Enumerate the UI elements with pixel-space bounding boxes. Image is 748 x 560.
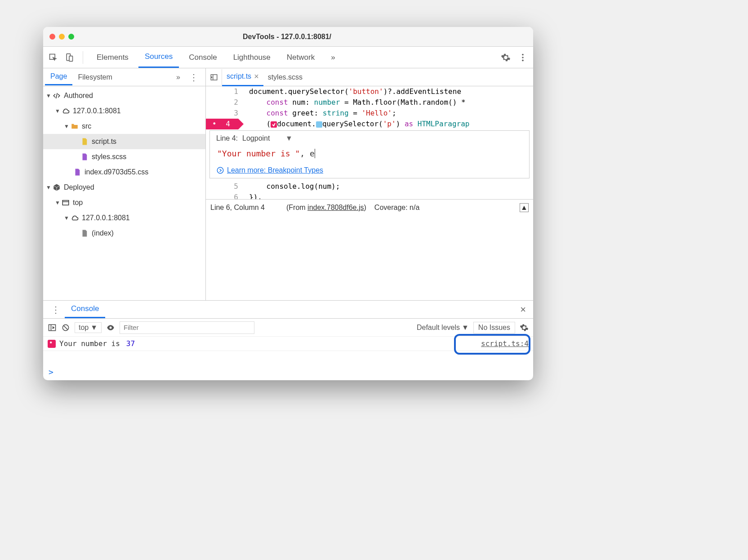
chevron-down-icon: ▼ [90,324,98,332]
code-icon [52,91,61,100]
settings-icon[interactable] [499,51,512,64]
tree-node-index[interactable]: (index) [43,226,205,241]
close-tab-icon[interactable]: × [254,72,259,81]
subtab-page[interactable]: Page [45,69,72,85]
tree-label: Deployed [64,183,94,191]
line-number[interactable]: 3 [206,108,238,119]
close-window-button[interactable] [49,34,55,40]
filter-input[interactable] [120,321,254,334]
chevron-down-icon: ▼ [46,93,52,99]
expand-icon[interactable]: ▲ [520,203,529,212]
frame-icon [61,198,70,207]
tree-node-deployed[interactable]: ▼ Deployed [43,180,205,195]
tree-node-script[interactable]: script.ts [43,134,205,149]
inspect-element-icon[interactable] [47,51,59,64]
log-level-selector[interactable]: Default levels ▼ [417,324,469,332]
tree-label: (index) [92,229,114,237]
tree-node-top[interactable]: ▼ top [43,195,205,210]
subtab-filesystem[interactable]: Filesystem [72,70,117,85]
device-toolbar-icon[interactable] [63,51,76,64]
divider [83,51,83,64]
tree-node-host2[interactable]: ▼ 127.0.0.1:8081 [43,210,205,226]
code-editor[interactable]: 1 2 3 4 document.querySelector('button')… [206,86,533,130]
bp-type-select[interactable]: Logpoint ▼ [242,134,293,142]
tree-node-host[interactable]: ▼ 127.0.0.1:8081 [43,103,205,119]
file-icon [80,229,89,238]
tab-lighthouse[interactable]: Lighthouse [227,48,277,67]
tree-label: script.ts [92,138,116,146]
chevron-down-icon: ▼ [64,123,70,129]
line-number-breakpoint[interactable]: 4 [206,119,238,129]
minimize-window-button[interactable] [59,34,65,40]
log-source-link[interactable]: script.ts:4 [481,339,529,348]
code-lines[interactable]: document.querySelector('button')?.addEve… [246,86,533,130]
breakpoint-header: Line 4: Logpoint ▼ [216,134,523,142]
tree-node-src[interactable]: ▼ src [43,119,205,134]
tree-label: top [73,199,83,207]
navigator-tabs: Page Filesystem » ⋮ [43,68,205,86]
box-icon [52,183,61,192]
chevron-down-icon: ▼ [283,134,292,142]
tab-overflow[interactable]: » [325,48,341,67]
filetab-styles[interactable]: styles.scss [263,70,307,85]
log-value: 37 [126,339,135,348]
tab-sources[interactable]: Sources [138,47,179,68]
drawer-tab-console[interactable]: Console [65,301,105,318]
sourcemap-origin[interactable]: (From index.7808df6e.js) [286,204,366,212]
line-number[interactable]: 2 [206,97,238,108]
log-entry[interactable]: Your number is 37 script.ts:4 [43,337,533,351]
arrow-circle-icon [216,166,224,174]
maximize-window-button[interactable] [68,34,74,40]
tree-label: index.d9703d55.css [85,168,148,176]
console-settings-icon[interactable] [520,323,529,332]
traffic-lights [49,34,74,40]
console-drawer: ⋮ Console × top▼ Default levels ▼ No Iss… [43,300,533,380]
issues-button[interactable]: No Issues [473,322,515,333]
navigator-menu-icon[interactable]: ⋮ [184,72,204,83]
tree-label: styles.scss [92,153,126,161]
filetab-script[interactable]: script.ts × [222,68,263,86]
clear-console-icon[interactable] [61,323,70,332]
devtools-window: DevTools - 127.0.0.1:8081/ Elements Sour… [43,27,533,380]
cloud-icon [70,213,79,222]
logpoint-expression-input[interactable]: "Your number is ", e​ [216,147,523,160]
coverage-status: Coverage: n/a [374,204,420,212]
toggle-navigator-icon[interactable] [206,69,222,85]
sources-body: Page Filesystem » ⋮ ▼ Authored ▼ 127.0.0… [43,68,533,300]
code-editor-continued[interactable]: 5 6 console.log(num); }). [206,181,533,199]
drawer-menu-icon[interactable]: ⋮ [47,304,65,315]
line-number[interactable]: 6 [206,192,238,199]
close-drawer-icon[interactable]: × [516,304,530,316]
chevron-down-icon: ▼ [64,215,70,221]
context-selector[interactable]: top▼ [75,322,102,333]
more-menu-icon[interactable] [516,51,530,64]
line-number[interactable]: 5 [206,181,238,192]
line-number[interactable]: 1 [206,86,238,97]
tab-network[interactable]: Network [280,48,321,67]
tree-node-indexcss[interactable]: index.d9703d55.css [43,164,205,180]
eye-icon[interactable] [106,323,115,332]
chevron-down-icon: ▼ [46,184,52,191]
window-title: DevTools - 127.0.0.1:8081/ [74,33,500,41]
file-icon [80,152,89,161]
tab-console[interactable]: Console [183,48,223,67]
navigator-panel: Page Filesystem » ⋮ ▼ Authored ▼ 127.0.0… [43,68,206,300]
titlebar: DevTools - 127.0.0.1:8081/ [43,27,533,47]
gutter[interactable]: 1 2 3 4 [206,86,246,130]
svg-rect-9 [316,121,322,128]
toggle-sidebar-icon[interactable] [48,323,57,332]
subtab-overflow[interactable]: » [173,73,184,81]
filetab-label: styles.scss [268,73,303,81]
chevron-down-icon: ▼ [55,108,61,114]
cursor-position: Line 6, Column 4 [210,204,265,212]
editor-panel: script.ts × styles.scss 1 2 3 4 document… [206,68,533,300]
tab-elements[interactable]: Elements [90,48,135,67]
svg-rect-2 [69,56,73,61]
learn-more-link[interactable]: Learn more: Breakpoint Types [216,166,523,174]
tree-node-authored[interactable]: ▼ Authored [43,88,205,103]
console-prompt[interactable]: > [43,364,533,380]
gutter[interactable]: 5 6 [206,181,246,199]
code-lines[interactable]: console.log(num); }). [246,181,533,199]
tree-node-styles[interactable]: styles.scss [43,149,205,164]
filetab-label: script.ts [227,72,251,80]
